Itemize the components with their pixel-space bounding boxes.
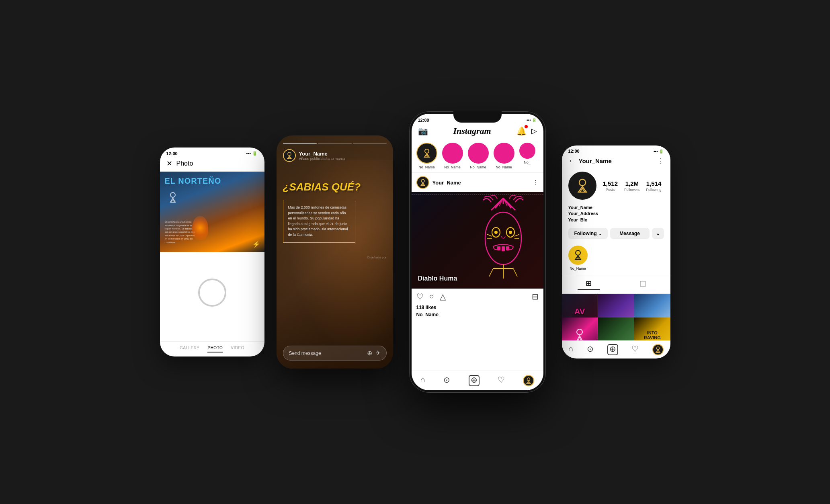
phone3-logo: Instagram: [453, 126, 491, 136]
phone2-fact-box: Mas de 2.000 millones de camisetas perso…: [283, 200, 355, 243]
phone3-story-0[interactable]: No_Name: [416, 143, 437, 169]
phone2-title: ¿SABIAS QUÉ?: [283, 181, 387, 193]
phone4-grid-cell-4[interactable]: [598, 318, 634, 340]
svg-point-9: [421, 179, 424, 182]
phone3-post-username[interactable]: Your_Name: [432, 180, 529, 186]
phone3-story-label-3: No_Name: [496, 165, 512, 169]
phone3-direct-icon[interactable]: ▷: [531, 127, 537, 135]
phone4-buttons: Following ⌄ Message ⌄: [562, 226, 670, 242]
phone2-credits: Diseñado por: [283, 256, 387, 343]
phone1-time: 12:00: [166, 151, 178, 156]
phone4-highlight-label-0: No_Name: [570, 266, 586, 270]
phone2-send-bar[interactable]: Send message ⊕ ✈: [283, 346, 387, 361]
phone3-post-image-title: Diablo Huma: [418, 275, 457, 282]
phone3-story-3[interactable]: No_Name: [494, 143, 514, 169]
phone4-nav-add-icon[interactable]: ⊕: [607, 344, 618, 355]
phone4-nav-search-icon[interactable]: ⊙: [587, 344, 594, 355]
phone4-stat-following[interactable]: 1,514 Following: [646, 180, 662, 192]
phone4-nav-home-icon[interactable]: ⌂: [568, 344, 573, 355]
phone4-nav-heart-icon[interactable]: ♡: [631, 344, 639, 355]
phone3-story-avatar-0: [416, 143, 437, 164]
phone1-logo-icon: [168, 192, 178, 205]
phone4-more-icon[interactable]: ⋮: [658, 157, 664, 165]
phone4-signal: ▪▪▪ 🔋: [654, 149, 664, 154]
phone3-like-icon[interactable]: ♡: [416, 292, 424, 301]
phone3-story-avatar-4: [519, 143, 535, 159]
phone3-post-actions: ♡ ○ △ ⊟: [412, 289, 543, 305]
phone3-notification-icon[interactable]: 🔔: [516, 126, 527, 136]
svg-rect-26: [506, 246, 509, 250]
svg-line-27: [487, 234, 492, 236]
phone3-stories: No_Name No_Name No_Name No_Name No_: [412, 139, 543, 173]
phone2-content: Your_Name Añade publicidad a tu marca ¿S…: [277, 135, 393, 369]
phone2-story-bar: [283, 143, 387, 144]
phone4-grid-tabs: ⊞ ◫: [562, 274, 670, 294]
phone3-username-below: No_Name: [412, 311, 543, 321]
phone1-title: Photo: [176, 160, 193, 167]
phone4-header-username: Your_Name: [579, 158, 654, 164]
phone4-message-button[interactable]: Message: [610, 228, 650, 239]
phone4-highlight-avatar-0: [568, 246, 588, 265]
phone3-story-label-1: No_Name: [444, 165, 461, 169]
phone4-grid-cell-3[interactable]: [562, 318, 598, 340]
phone1-tab-video[interactable]: VIDEO: [231, 346, 244, 352]
phone3-story-label-2: No_Name: [470, 165, 486, 169]
phone3-story-2[interactable]: No_Name: [468, 143, 489, 169]
phone1-header: ✕ Photo: [160, 158, 264, 172]
phone3-nav-search-icon[interactable]: ⊙: [443, 375, 450, 386]
phone4-stat-followers[interactable]: 1,2M Followers: [624, 180, 640, 192]
phone3-nav-add-icon[interactable]: ⊕: [469, 375, 480, 386]
phone4-highlight-0[interactable]: No_Name: [568, 246, 588, 270]
phone4-time: 12:00: [568, 149, 580, 154]
phone2-direct-icon[interactable]: ✈: [375, 349, 381, 357]
phone3-nav-home-icon[interactable]: ⌂: [420, 375, 425, 386]
phone3-nav-profile-icon[interactable]: [523, 375, 534, 386]
phone1-tab-photo[interactable]: PHOTO: [207, 346, 223, 352]
phone4-stat-posts[interactable]: 1,512 Posts: [603, 180, 618, 192]
phone1-close-icon[interactable]: ✕: [166, 159, 172, 168]
phone3-bookmark-icon[interactable]: ⊟: [532, 292, 539, 301]
phone3-story-1[interactable]: No_Name: [442, 143, 463, 169]
svg-line-34: [513, 268, 517, 277]
phone3-post: Your_Name ⋮: [412, 173, 543, 371]
phone3-likes: 118 likes: [412, 305, 543, 311]
phone4-avatar[interactable]: [568, 172, 596, 200]
phone4-tab-tag[interactable]: ◫: [631, 277, 654, 290]
svg-marker-45: [576, 336, 583, 340]
phone3-story-label-0: No_Name: [418, 165, 435, 169]
phone4: 12:00 ▪▪▪ 🔋 ← Your_Name ⋮ 1,512 Posts: [562, 145, 670, 359]
phone3-screen: 12:00 ▪▪▪ 🔋 📷 Instagram 🔔 ▷: [412, 114, 543, 390]
phone2-emoji-icon[interactable]: ⊕: [367, 349, 372, 357]
phone4-tab-grid[interactable]: ⊞: [578, 277, 600, 290]
phone4-followers-value: 1,2M: [625, 180, 639, 187]
phone4-bio-address: Your_Address: [568, 211, 664, 217]
phone4-following-label: Following: [646, 188, 662, 192]
phone4-highlights: No_Name: [562, 242, 670, 274]
phone1-tab-gallery[interactable]: GALLERY: [180, 346, 199, 352]
phone4-nav-profile-icon[interactable]: [652, 344, 664, 355]
phone3-signal: ▪▪▪ 🔋: [527, 118, 537, 123]
phone3-story-avatar-2: [468, 143, 489, 164]
phone4-back-icon[interactable]: ←: [568, 157, 576, 165]
phones-container: 12:00 ▪▪▪ 🔋 ✕ Photo EL NORTEÑO El norteñ…: [144, 95, 687, 409]
phone4-following-label: Following: [574, 231, 597, 236]
phone4-message-label: Message: [619, 231, 640, 236]
phone4-posts-value: 1,512: [603, 180, 618, 187]
svg-point-23: [509, 231, 512, 234]
phone3-comment-icon[interactable]: ○: [429, 292, 434, 301]
phone3-post-bg: [412, 192, 543, 289]
phone3-share-icon[interactable]: △: [440, 292, 446, 301]
phone4-more-button[interactable]: ⌄: [652, 228, 664, 239]
phone3-nav-heart-icon[interactable]: ♡: [498, 375, 505, 386]
phone3-post-avatar[interactable]: [416, 176, 429, 189]
phone4-grid-cell-5[interactable]: INTORAVING: [634, 318, 670, 340]
phone3-story-4[interactable]: No_: [519, 143, 535, 169]
svg-point-38: [579, 179, 586, 186]
svg-line-29: [514, 234, 519, 236]
phone3-post-more-icon[interactable]: ⋮: [532, 179, 539, 186]
phone1: 12:00 ▪▪▪ 🔋 ✕ Photo EL NORTEÑO El norteñ…: [160, 148, 264, 356]
phone3-camera-icon[interactable]: 📷: [418, 126, 428, 136]
phone4-following-button[interactable]: Following ⌄: [568, 228, 608, 239]
svg-point-3: [288, 152, 291, 156]
phone2-avatar: [283, 149, 296, 162]
